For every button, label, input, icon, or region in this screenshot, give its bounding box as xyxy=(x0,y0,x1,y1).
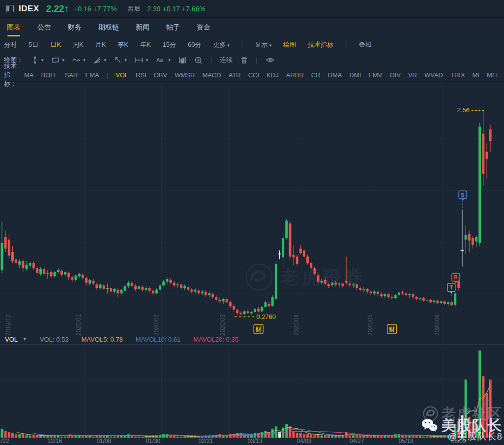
indicator-SAR[interactable]: SAR xyxy=(65,71,78,79)
indicator-TRIX[interactable]: TRIX xyxy=(450,71,465,79)
indicator-MACD[interactable]: MACD xyxy=(202,71,221,79)
chevron-down-icon: ▾ xyxy=(104,58,107,63)
tab-期权链[interactable]: 期权链 xyxy=(98,19,119,36)
indicator-OBV[interactable]: OBV xyxy=(154,71,167,79)
chevron-down-icon: ▾ xyxy=(168,58,171,63)
indicator-MA[interactable]: MA xyxy=(24,71,34,79)
indicator-WMSR[interactable]: WMSR xyxy=(175,71,195,79)
svg-text:2020/06: 2020/06 xyxy=(434,314,441,336)
rectangle-tool[interactable]: ▾ xyxy=(52,56,65,64)
stock-chart-app: IDEX 2.22↑ +0.16 +7.77% 盘后 2.39 +0.17 +7… xyxy=(0,0,504,445)
indicator-BOLL[interactable]: BOLL xyxy=(41,71,58,79)
sidebar-toggle-icon[interactable] xyxy=(6,5,14,12)
tab-财务[interactable]: 财务 xyxy=(68,19,82,36)
tab-图表[interactable]: 图表 xyxy=(7,19,21,36)
volume-profile-icon xyxy=(178,56,186,64)
zoom-in-icon xyxy=(194,56,203,64)
period-分时[interactable]: 分时 xyxy=(4,40,17,49)
continuous-draw-toggle[interactable]: 连续 xyxy=(220,56,233,64)
mavol10-value: MAVOL10: 0.61 xyxy=(136,336,181,343)
svg-text:2019/12: 2019/12 xyxy=(5,314,12,336)
divider: | xyxy=(210,57,212,64)
period-显示[interactable]: 显示▾ xyxy=(255,40,271,49)
chevron-down-icon: ▾ xyxy=(124,58,127,63)
indicator-ATR[interactable]: ATR xyxy=(229,71,241,79)
chevron-down-icon: ▾ xyxy=(146,58,148,63)
divider: | xyxy=(256,57,257,64)
wave-icon xyxy=(72,56,81,64)
volume-indicator-selector[interactable]: VOL xyxy=(5,336,18,343)
indicator-EMV[interactable]: EMV xyxy=(368,71,382,79)
candlestick-chart[interactable]: 2019/122020/012020/022020/032020/042020/… xyxy=(0,82,504,445)
arrow-icon xyxy=(114,56,122,64)
tab-公告[interactable]: 公告 xyxy=(37,19,51,36)
indicator-EMA[interactable]: EMA xyxy=(85,71,99,79)
chevron-down-icon[interactable]: ▼ xyxy=(23,337,27,342)
period-日K[interactable]: 日K xyxy=(50,40,61,49)
eye-tool[interactable] xyxy=(266,56,275,64)
quote-header: IDEX 2.22↑ +0.16 +7.77% 盘后 2.39 +0.17 +7… xyxy=(0,0,504,18)
rectangle-icon xyxy=(52,56,60,64)
drawing-toolbar: 绘图： ▾ ▾ ▾ ▾ ▾ ▾ Aa ▾ | 连续 | xyxy=(0,52,504,68)
wave-tool[interactable]: ▾ xyxy=(72,56,86,64)
chevron-down-icon: ▾ xyxy=(269,43,271,48)
period-季K[interactable]: 季K xyxy=(118,40,128,49)
afterhours-quote: 2.39 +0.17 +7.66% xyxy=(147,5,205,13)
text-icon: Aa xyxy=(156,56,166,64)
period-技术指标[interactable]: 技术指标 xyxy=(308,40,333,49)
svg-text:01/30: 01/30 xyxy=(146,438,160,445)
indicator-KDJ[interactable]: KDJ xyxy=(267,71,279,79)
tab-新闻[interactable]: 新闻 xyxy=(136,19,149,36)
up-arrow-icon: ↑ xyxy=(64,3,69,14)
chevron-down-icon: ▾ xyxy=(228,43,230,48)
indicator-RSI[interactable]: RSI xyxy=(136,71,147,79)
tab-资金[interactable]: 资金 xyxy=(197,19,210,36)
indicator-ARBR[interactable]: ARBR xyxy=(286,71,304,79)
svg-text:05/18: 05/18 xyxy=(399,438,414,445)
chevron-down-icon: ▾ xyxy=(41,58,44,63)
svg-text:B: B xyxy=(454,274,458,280)
svg-text:06/09: 06/09 xyxy=(451,438,466,445)
period-15分[interactable]: 15分 xyxy=(163,40,176,49)
period-60分[interactable]: 60分 xyxy=(188,40,201,49)
eye-icon xyxy=(266,56,275,64)
volume-profile-tool[interactable] xyxy=(178,56,186,64)
svg-text:11/22: 11/22 xyxy=(0,438,9,445)
indicator-CR[interactable]: CR xyxy=(311,71,321,79)
tab-帖子[interactable]: 帖子 xyxy=(166,19,180,36)
svg-text:财: 财 xyxy=(255,326,262,333)
indicator-VR[interactable]: VR xyxy=(408,71,417,79)
indicator-DMI[interactable]: DMI xyxy=(349,71,361,79)
indicator-MI[interactable]: MI xyxy=(473,71,479,79)
svg-text:T: T xyxy=(449,285,453,290)
period-月K[interactable]: 月K xyxy=(95,40,106,49)
period-5日[interactable]: 5日 xyxy=(29,40,38,49)
indicator-VOL[interactable]: VOL xyxy=(116,71,128,79)
period-周K[interactable]: 周K xyxy=(73,40,84,49)
trash-tool[interactable] xyxy=(240,56,248,64)
zoom-in-tool[interactable] xyxy=(194,56,203,64)
svg-text:04/03: 04/03 xyxy=(296,438,311,445)
arrow-tool[interactable]: ▾ xyxy=(114,56,127,64)
indicator-MFI[interactable]: MFI xyxy=(487,71,498,79)
indicator-OIV[interactable]: OIV xyxy=(389,71,400,79)
period-年K[interactable]: 年K xyxy=(140,40,151,49)
text-tool[interactable]: Aa ▾ xyxy=(156,56,171,64)
measure-icon xyxy=(31,56,39,64)
range-tool[interactable]: ▾ xyxy=(135,56,148,64)
indicator-DMA[interactable]: DMA xyxy=(328,71,342,79)
indicator-WVAD[interactable]: WVAD xyxy=(424,71,443,79)
symbol: IDEX xyxy=(19,4,39,14)
indicator-CCI[interactable]: CCI xyxy=(248,71,259,79)
volume-panel-header: VOL ▼ VOL: 0.52 MAVOL5: 0.78 MAVOL10: 0.… xyxy=(0,334,504,345)
measure-tool[interactable]: ▾ xyxy=(31,56,44,64)
svg-text:2020/03: 2020/03 xyxy=(219,314,226,336)
mavol-lines-layer xyxy=(16,385,491,437)
period-叠加[interactable]: 叠加 xyxy=(358,40,371,49)
grid-layer xyxy=(0,82,504,438)
period-绘图[interactable]: 绘图 xyxy=(283,40,296,49)
gann-tool[interactable]: ▾ xyxy=(93,56,107,64)
svg-text:2020/01: 2020/01 xyxy=(75,314,82,336)
divider: | xyxy=(107,71,108,79)
period-更多[interactable]: 更多▾ xyxy=(213,40,230,49)
